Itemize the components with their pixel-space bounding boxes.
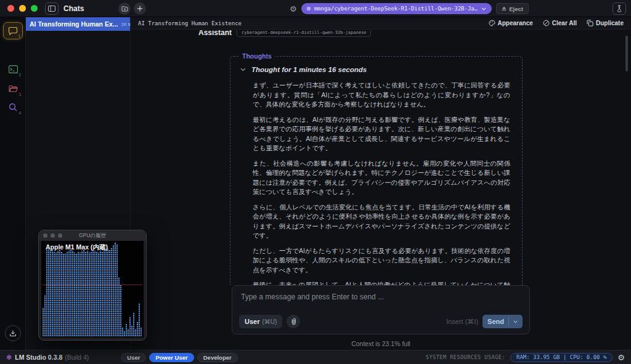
chevron-down-icon bbox=[240, 68, 246, 71]
model-selector-button[interactable]: mmnga/cyberagent-DeepSeek-R1-Distill-Qwe… bbox=[301, 3, 492, 14]
mode-switcher: User Power User Developer bbox=[121, 353, 237, 362]
eject-icon bbox=[502, 6, 507, 11]
insert-button[interactable]: Insert (⌘I) bbox=[446, 318, 478, 326]
message-input[interactable] bbox=[232, 286, 529, 314]
model-settings-gear-icon[interactable]: ⚙ bbox=[290, 5, 297, 13]
chat-header: AI Transforming Human Existence Appearan… bbox=[131, 17, 631, 30]
main-chat-area: AI Transforming Human Existence Appearan… bbox=[131, 17, 631, 350]
sidebar-item-developer[interactable]: 2 bbox=[3, 60, 23, 78]
thought-paragraph: ただし、一方でAIがもたらすリスクにも言及する必要があります。技術的な依存度の増… bbox=[253, 246, 510, 275]
app-build: (Build 4) bbox=[65, 354, 89, 361]
toggle-sidebar-icon[interactable] bbox=[45, 2, 59, 15]
lmstudio-logo-icon: ✻ bbox=[6, 354, 12, 362]
chevron-down-icon bbox=[481, 7, 486, 10]
duplicate-icon bbox=[587, 20, 593, 26]
status-bar: ✻ LM Studio 0.3.8 (Build 4) User Power U… bbox=[0, 350, 631, 364]
chat-transcript: Assistant cyberagent-deepseek-r1-distill… bbox=[131, 30, 631, 285]
gpu-history-window[interactable]: GPUの履歴 Apple M1 Max (内蔵) bbox=[38, 230, 147, 341]
thought-duration: Thought for 1 minutes 16 seconds bbox=[251, 66, 367, 73]
close-window-button[interactable] bbox=[7, 5, 14, 12]
model-icon bbox=[307, 7, 311, 10]
send-button[interactable]: Send bbox=[482, 315, 523, 328]
fullscreen-window-button[interactable] bbox=[31, 5, 38, 12]
message-composer: User (⌘U) Insert (⌘I) Send bbox=[232, 285, 530, 334]
chats-title: Chats bbox=[63, 4, 84, 13]
settings-gear-icon[interactable]: ⚙ bbox=[617, 354, 625, 362]
sidebar-item-chats[interactable]: 1 bbox=[3, 22, 23, 39]
gpu-usage-chart bbox=[43, 242, 142, 336]
gpu-device-label: Apple M1 Max (内蔵) bbox=[46, 243, 108, 252]
download-icon bbox=[9, 330, 17, 337]
chat-header-title: AI Transforming Human Existence bbox=[138, 20, 242, 26]
paperclip-icon bbox=[290, 318, 297, 325]
experiment-flask-icon[interactable] bbox=[613, 2, 626, 15]
palette-icon bbox=[489, 20, 495, 26]
new-folder-button[interactable] bbox=[118, 2, 131, 15]
clear-all-button[interactable]: Clear All bbox=[543, 20, 577, 26]
role-selector-button[interactable]: User (⌘U) bbox=[239, 315, 282, 328]
new-chat-button[interactable] bbox=[134, 2, 146, 15]
search-icon bbox=[9, 103, 17, 111]
context-usage-status: Context is 23.1% full bbox=[131, 340, 631, 347]
gpu-window-titlebar[interactable]: GPUの履歴 bbox=[39, 230, 146, 241]
mode-developer[interactable]: Developer bbox=[197, 353, 238, 362]
eject-model-button[interactable]: Eject bbox=[496, 3, 529, 14]
terminal-icon bbox=[9, 65, 18, 73]
mode-user[interactable]: User bbox=[121, 353, 146, 362]
chat-list-item-selected[interactable]: AI Transforming Human Ex... 1K tokens ••… bbox=[26, 17, 130, 31]
appearance-button[interactable]: Appearance bbox=[489, 20, 533, 26]
thoughts-label: Thoughts bbox=[239, 52, 275, 60]
assistant-model-badge: cyberagent-deepseek-r1-distill-qwen-32b-… bbox=[237, 30, 371, 37]
thoughts-block: Thoughts Thought for 1 minutes 16 second… bbox=[230, 56, 523, 285]
app-version: LM Studio 0.3.8 bbox=[15, 354, 62, 361]
thought-paragraph: 最後に、未来への展望として、AIと人間の協働がどのように発展していくかについて触… bbox=[253, 280, 510, 285]
minimize-window-button[interactable] bbox=[19, 5, 26, 12]
window-controls bbox=[7, 5, 38, 12]
gpu-threshold-line bbox=[43, 285, 142, 285]
resources-usage-label: SYSTEM RESOURCES USAGE: bbox=[426, 354, 505, 360]
thought-paragraph: また、社会構造への影響も考慮しなければなりません。雇用の変化や人間同士の関係性、… bbox=[253, 159, 510, 197]
assistant-role-label: Assistant bbox=[198, 30, 232, 37]
send-options-chevron-icon bbox=[513, 320, 518, 323]
thought-paragraph: さらに、個人レベルでの生活変化にも焦点を当てます。日常生活の中でAIを利用する機… bbox=[253, 203, 510, 241]
transcript-scrollbar[interactable] bbox=[625, 36, 628, 71]
gpu-chart-body: Apple M1 Max (内蔵) bbox=[41, 241, 144, 338]
chat-title: AI Transforming Human Ex... bbox=[30, 20, 118, 28]
sidebar-item-my-models[interactable]: 3 bbox=[3, 80, 23, 97]
assistant-message-header: Assistant cyberagent-deepseek-r1-distill… bbox=[198, 30, 371, 37]
thought-paragraph: 最初に考えるのは、AIが既存の分野に与える影響です。例えば、医療や教育、製造業な… bbox=[253, 115, 510, 153]
loaded-model-name: mmnga/cyberagent-DeepSeek-R1-Distill-Qwe… bbox=[314, 6, 478, 12]
chat-bubble-icon bbox=[8, 27, 18, 35]
left-icon-rail: 1 2 3 4 bbox=[0, 17, 26, 350]
folder-icon bbox=[9, 85, 18, 92]
thoughts-toggle[interactable]: Thought for 1 minutes 16 seconds bbox=[240, 66, 510, 73]
mode-power-user[interactable]: Power User bbox=[149, 353, 193, 362]
gpu-window-title: GPUの履歴 bbox=[39, 232, 146, 240]
attach-file-button[interactable] bbox=[287, 315, 300, 328]
window-titlebar: Chats ⚙ mmnga/cyberagent-DeepSeek-R1-Dis… bbox=[0, 0, 631, 17]
downloads-button[interactable] bbox=[5, 325, 21, 341]
duplicate-button[interactable]: Duplicate bbox=[587, 20, 624, 26]
clear-icon bbox=[543, 20, 550, 26]
resources-usage-value[interactable]: RAM: 33.95 GB | CPU: 0.00 % bbox=[510, 353, 613, 362]
thought-paragraph: まず、ユーザーが日本語で深く考えてほしいと依頼してきたので、丁寧に回答する必要が… bbox=[253, 81, 510, 110]
sidebar-item-discover[interactable]: 4 bbox=[3, 99, 23, 116]
